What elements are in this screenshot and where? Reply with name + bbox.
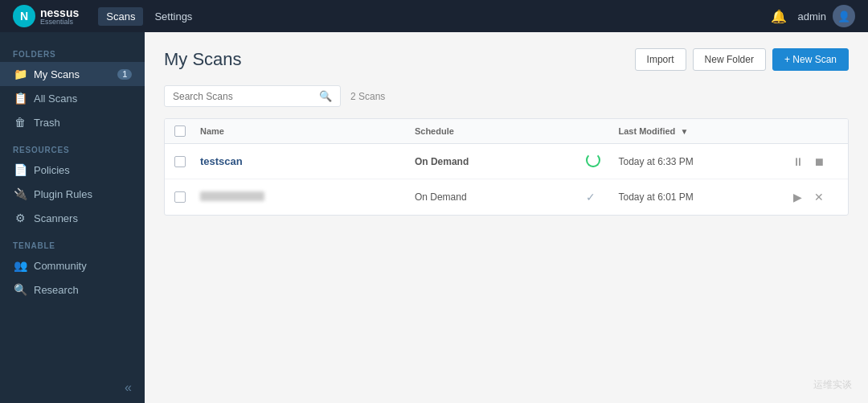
- notifications-bell-icon[interactable]: 🔔: [771, 9, 787, 24]
- column-header-schedule: Schedule: [415, 126, 587, 136]
- done-checkmark-icon: ✓: [586, 191, 596, 204]
- row2-launch-button[interactable]: ▶: [790, 189, 806, 205]
- main-content: My Scans Import New Folder + New Scan 🔍 …: [145, 32, 868, 403]
- sidebar-label-research: Research: [34, 284, 132, 296]
- all-scans-icon: 📋: [13, 92, 27, 105]
- sidebar-item-community[interactable]: 👥 Community: [0, 253, 145, 278]
- my-scans-badge: 1: [117, 69, 132, 80]
- row1-pause-button[interactable]: ⏸: [790, 154, 806, 170]
- main-layout: FOLDERS 📁 My Scans 1 📋 All Scans 🗑 Trash…: [0, 32, 868, 403]
- sidebar: FOLDERS 📁 My Scans 1 📋 All Scans 🗑 Trash…: [0, 32, 145, 403]
- row2-status: ✓: [586, 191, 618, 204]
- avatar: 👤: [833, 5, 855, 27]
- new-scan-button[interactable]: + New Scan: [772, 48, 849, 71]
- new-folder-button[interactable]: New Folder: [693, 48, 766, 71]
- sidebar-label-plugin-rules: Plugin Rules: [34, 188, 132, 200]
- folders-section-label: FOLDERS: [0, 39, 145, 62]
- header-checkbox-cell: [174, 125, 200, 137]
- research-icon: 🔍: [13, 283, 27, 296]
- topnav-right: 🔔 admin 👤: [771, 5, 855, 27]
- row1-status: [586, 153, 618, 170]
- plugin-rules-icon: 🔌: [13, 187, 27, 200]
- scanners-icon: ⚙: [13, 212, 27, 224]
- column-header-name: Name: [200, 126, 415, 136]
- search-input[interactable]: [173, 91, 319, 102]
- row1-modified: Today at 6:33 PM: [618, 156, 790, 167]
- scans-table: Name Schedule Last Modified ▼ testscan O…: [164, 118, 849, 216]
- sidebar-label-scanners: Scanners: [34, 212, 132, 224]
- search-icon: 🔍: [319, 90, 332, 102]
- folder-icon: 📁: [13, 68, 27, 80]
- row1-schedule: On Demand: [415, 156, 587, 167]
- sidebar-label-policies: Policies: [34, 164, 132, 176]
- resources-section-label: RESOURCES: [0, 134, 145, 158]
- row1-check-cell: [174, 156, 200, 167]
- row1-name[interactable]: testscan: [200, 155, 415, 167]
- username-label: admin: [798, 10, 826, 23]
- running-spinner-icon: [586, 153, 600, 167]
- sidebar-item-plugin-rules[interactable]: 🔌 Plugin Rules: [0, 182, 145, 206]
- sidebar-label-trash: Trash: [34, 117, 132, 129]
- search-row: 🔍 2 Scans: [164, 85, 849, 107]
- table-header: Name Schedule Last Modified ▼: [165, 119, 848, 144]
- sidebar-label-all-scans: All Scans: [34, 93, 132, 105]
- row2-name: [200, 191, 415, 204]
- sidebar-label-my-scans: My Scans: [34, 68, 111, 80]
- row2-actions: ▶ ✕: [790, 189, 838, 205]
- logo-text: nessus Essentials: [40, 7, 79, 26]
- import-button[interactable]: Import: [635, 48, 686, 71]
- table-row: On Demand ✓ Today at 6:01 PM ▶ ✕: [165, 179, 848, 215]
- nav-link-settings[interactable]: Settings: [146, 7, 200, 26]
- sidebar-item-scanners[interactable]: ⚙ Scanners: [0, 206, 145, 230]
- table-row: testscan On Demand Today at 6:33 PM ⏸ ⏹: [165, 144, 848, 179]
- sidebar-collapse-button[interactable]: «: [0, 372, 145, 403]
- policies-icon: 📄: [13, 163, 27, 176]
- sort-icon: ▼: [680, 127, 688, 136]
- row2-delete-button[interactable]: ✕: [811, 189, 827, 205]
- row1-actions: ⏸ ⏹: [790, 154, 838, 170]
- row1-checkbox[interactable]: [174, 156, 186, 167]
- user-menu[interactable]: admin 👤: [798, 5, 855, 27]
- sidebar-item-all-scans[interactable]: 📋 All Scans: [0, 86, 145, 110]
- community-icon: 👥: [13, 259, 27, 272]
- logo-icon: N: [13, 5, 35, 27]
- row2-checkbox[interactable]: [174, 191, 186, 203]
- sidebar-item-trash[interactable]: 🗑 Trash: [0, 110, 145, 134]
- sidebar-label-community: Community: [34, 260, 132, 272]
- row2-check-cell: [174, 191, 200, 203]
- scans-count: 2 Scans: [350, 91, 385, 102]
- sidebar-item-policies[interactable]: 📄 Policies: [0, 158, 145, 182]
- page-actions: Import New Folder + New Scan: [635, 48, 849, 71]
- search-bar[interactable]: 🔍: [164, 85, 341, 107]
- trash-icon: 🗑: [13, 116, 27, 129]
- nav-link-scans[interactable]: Scans: [98, 7, 143, 26]
- header-checkbox[interactable]: [174, 125, 186, 137]
- tenable-section-label: TENABLE: [0, 230, 145, 253]
- sidebar-item-research[interactable]: 🔍 Research: [0, 278, 145, 302]
- row1-stop-button[interactable]: ⏹: [811, 154, 827, 170]
- nav-links: Scans Settings: [98, 7, 770, 26]
- page-title: My Scans: [164, 49, 242, 70]
- blurred-scan-name: [200, 191, 264, 201]
- column-header-modified[interactable]: Last Modified ▼: [618, 126, 790, 136]
- logo: N nessus Essentials: [13, 5, 79, 27]
- row2-modified: Today at 6:01 PM: [618, 191, 790, 203]
- page-header: My Scans Import New Folder + New Scan: [164, 48, 849, 71]
- row2-schedule: On Demand: [415, 191, 587, 203]
- sidebar-item-my-scans[interactable]: 📁 My Scans 1: [0, 62, 145, 86]
- top-navigation: N nessus Essentials Scans Settings 🔔 adm…: [0, 0, 868, 32]
